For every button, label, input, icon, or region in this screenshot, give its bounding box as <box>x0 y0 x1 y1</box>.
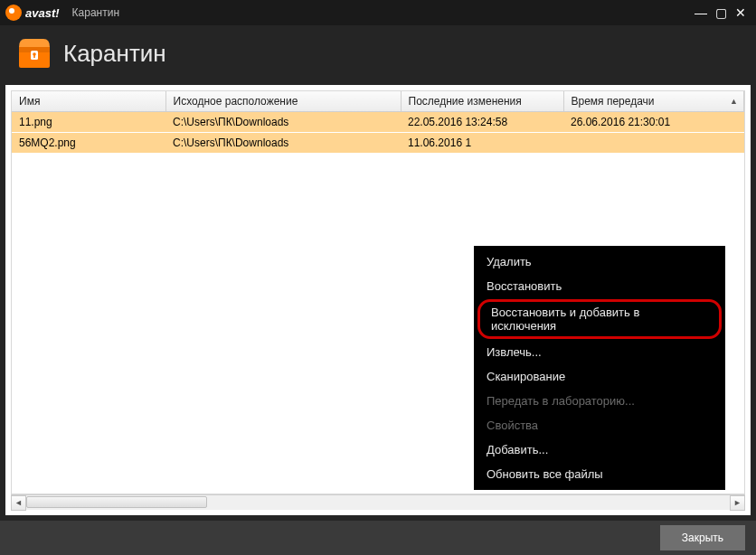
menu-extract[interactable]: Извлечь... <box>474 340 725 364</box>
col-header-name[interactable]: Имя <box>12 91 165 112</box>
sort-indicator-icon: ▲ <box>730 97 738 106</box>
table-row[interactable]: 56MQ2.png C:\Users\ПК\Downloads 11.06.20… <box>12 133 744 154</box>
cell-location: C:\Users\ПК\Downloads <box>165 112 401 133</box>
cell-modified: 11.06.2016 1 <box>401 133 563 154</box>
app-window: avast! Карантин — ▢ ✕ Карантин <box>0 0 756 555</box>
scroll-thumb[interactable] <box>26 496 207 508</box>
minimize-button[interactable]: — <box>691 5 711 21</box>
cell-transfer <box>563 133 744 154</box>
cell-name: 11.png <box>12 112 165 133</box>
menu-delete[interactable]: Удалить <box>474 249 725 274</box>
scroll-right-button[interactable]: ► <box>730 495 745 511</box>
col-header-transfer[interactable]: Время передачи ▲ <box>563 91 744 112</box>
page-title: Карантин <box>63 40 166 68</box>
cell-transfer: 26.06.2016 21:30:01 <box>563 112 744 133</box>
menu-restore-and-exclude[interactable]: Восстановить и добавить в исключения <box>477 299 722 339</box>
window-title: Карантин <box>72 6 119 19</box>
page-header: Карантин <box>0 25 756 85</box>
menu-add[interactable]: Добавить... <box>474 437 725 462</box>
context-menu: Удалить Восстановить Восстановить и доба… <box>474 246 725 490</box>
quarantine-table: Имя Исходное расположение Последние изме… <box>12 91 744 154</box>
footer-bar: Закрыть <box>0 521 756 555</box>
close-button[interactable]: Закрыть <box>660 525 745 550</box>
app-logo: avast! <box>5 5 60 21</box>
brand-text: avast! <box>25 6 60 20</box>
menu-refresh-all[interactable]: Обновить все файлы <box>474 462 725 486</box>
cell-modified: 22.05.2016 13:24:58 <box>401 112 563 133</box>
cell-name: 56MQ2.png <box>12 133 165 154</box>
col-header-transfer-label: Время передачи <box>572 95 655 108</box>
titlebar[interactable]: avast! Карантин — ▢ ✕ <box>0 0 756 25</box>
cell-location: C:\Users\ПК\Downloads <box>165 133 401 154</box>
menu-scan[interactable]: Сканирование <box>474 364 725 389</box>
table-row[interactable]: 11.png C:\Users\ПК\Downloads 22.05.2016 … <box>12 112 744 133</box>
scroll-left-button[interactable]: ◄ <box>11 495 26 511</box>
col-header-modified[interactable]: Последние изменения <box>401 91 563 112</box>
menu-send-lab: Передать в лабораторию... <box>474 389 725 413</box>
horizontal-scrollbar[interactable]: ◄ ► <box>11 494 745 510</box>
col-header-location[interactable]: Исходное расположение <box>165 91 401 112</box>
menu-properties: Свойства <box>474 413 725 437</box>
scroll-track[interactable] <box>26 495 730 511</box>
menu-restore[interactable]: Восстановить <box>474 274 725 298</box>
chest-lock-icon <box>18 38 51 69</box>
maximize-button[interactable]: ▢ <box>711 5 731 21</box>
content-area: Имя Исходное расположение Последние изме… <box>5 85 751 515</box>
avast-logo-icon <box>5 5 22 21</box>
close-window-button[interactable]: ✕ <box>731 5 751 21</box>
svg-rect-4 <box>33 54 35 58</box>
